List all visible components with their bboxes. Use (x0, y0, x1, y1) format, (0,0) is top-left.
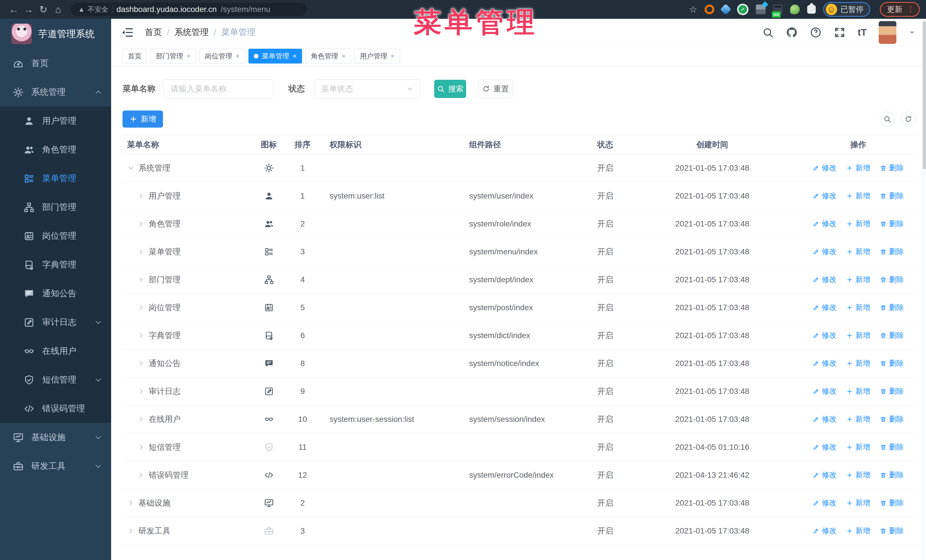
sidebar-item-用户管理[interactable]: 用户管理 (0, 107, 111, 135)
row-chevron-right-icon[interactable] (137, 248, 145, 255)
add-action[interactable]: 新增 (846, 275, 870, 285)
edit-action[interactable]: 修改 (813, 526, 837, 536)
row-chevron-right-icon[interactable] (137, 415, 145, 423)
delete-action[interactable]: 删除 (880, 414, 904, 424)
status-select[interactable]: 菜单状态 (315, 79, 421, 98)
sidebar-item-审计日志[interactable]: 审计日志 (0, 308, 111, 337)
row-chevron-right-icon[interactable] (137, 444, 145, 451)
sidebar-item-短信管理[interactable]: 短信管理 (0, 365, 111, 394)
edit-action[interactable]: 修改 (813, 442, 837, 452)
add-action[interactable]: 新增 (846, 386, 870, 396)
close-tab-icon[interactable]: × (236, 52, 240, 60)
edit-action[interactable]: 修改 (813, 470, 837, 480)
page-scrollbar[interactable] (922, 19, 926, 560)
close-tab-icon[interactable]: × (187, 52, 191, 60)
delete-action[interactable]: 删除 (880, 331, 904, 340)
sidebar-item-菜单管理[interactable]: 菜单管理 (0, 164, 111, 193)
browser-forward-icon[interactable]: → (21, 2, 36, 17)
sidebar-item-错误码管理[interactable]: 错误码管理 (0, 394, 111, 423)
sidebar-item-角色管理[interactable]: 角色管理 (0, 135, 111, 164)
extension-ring-icon[interactable] (705, 5, 714, 14)
edit-action[interactable]: 修改 (813, 302, 837, 312)
toggle-search-button[interactable] (880, 112, 895, 127)
close-tab-icon[interactable]: × (390, 52, 395, 60)
delete-action[interactable]: 删除 (880, 526, 904, 536)
sidebar-item-字典管理[interactable]: 字典管理 (0, 251, 111, 279)
browser-home-icon[interactable]: ⌂ (51, 2, 65, 17)
close-tab-icon[interactable]: × (293, 52, 297, 60)
menu-name-input[interactable] (163, 79, 274, 98)
edit-action[interactable]: 修改 (813, 275, 837, 285)
sidebar-item-在线用户[interactable]: 在线用户 (0, 337, 111, 365)
edit-action[interactable]: 修改 (813, 331, 837, 340)
font-size-icon[interactable]: tT (858, 27, 867, 38)
row-chevron-right-icon[interactable] (127, 527, 135, 535)
edit-action[interactable]: 修改 (813, 191, 837, 201)
add-button[interactable]: 新增 (123, 110, 163, 128)
delete-action[interactable]: 删除 (880, 247, 904, 257)
security-warning[interactable]: ▲ 不安全 (78, 5, 108, 14)
avatar-caret-down-icon[interactable] (908, 29, 916, 36)
close-tab-icon[interactable]: × (342, 52, 346, 60)
extension-on-icon[interactable] (773, 5, 783, 14)
row-chevron-right-icon[interactable] (137, 304, 145, 311)
browser-profile-chip[interactable]: ☺ 已暂停 (823, 2, 870, 17)
add-action[interactable]: 新增 (846, 470, 870, 480)
delete-action[interactable]: 删除 (880, 386, 904, 396)
sidebar-item-通知公告[interactable]: 通知公告 (0, 279, 111, 308)
add-action[interactable]: 新增 (846, 191, 870, 201)
add-action[interactable]: 新增 (846, 302, 870, 312)
refresh-table-button[interactable] (901, 112, 916, 127)
extension-leaf-icon[interactable] (790, 5, 800, 14)
extensions-puzzle-icon[interactable] (807, 5, 816, 14)
row-chevron-down-icon[interactable] (127, 165, 135, 172)
bookmark-star-icon[interactable]: ☆ (689, 4, 697, 15)
add-action[interactable]: 新增 (846, 163, 870, 173)
row-chevron-right-icon[interactable] (137, 471, 145, 479)
extension-check-icon[interactable]: ✓ (737, 4, 749, 15)
delete-action[interactable]: 删除 (880, 358, 904, 368)
add-action[interactable]: 新增 (846, 526, 870, 536)
browser-menu-dots-icon[interactable]: ⋮ (907, 7, 914, 12)
row-chevron-right-icon[interactable] (137, 388, 145, 395)
add-action[interactable]: 新增 (846, 442, 870, 452)
help-question-icon[interactable] (810, 27, 822, 38)
tab-菜单管理[interactable]: 菜单管理× (248, 49, 302, 63)
sidebar-item-岗位管理[interactable]: 岗位管理 (0, 222, 111, 251)
tab-首页[interactable]: 首页 (123, 49, 147, 63)
row-chevron-right-icon[interactable] (137, 192, 145, 200)
tab-用户管理[interactable]: 用户管理× (354, 49, 400, 63)
sidebar-item-部门管理[interactable]: 部门管理 (0, 193, 111, 222)
edit-action[interactable]: 修改 (813, 219, 837, 229)
delete-action[interactable]: 删除 (880, 442, 904, 452)
extension-gem-icon[interactable] (720, 4, 731, 15)
add-action[interactable]: 新增 (846, 331, 870, 340)
add-action[interactable]: 新增 (846, 414, 870, 424)
tab-部门管理[interactable]: 部门管理× (150, 49, 196, 63)
extension-tiles-icon[interactable] (756, 5, 766, 14)
delete-action[interactable]: 删除 (880, 470, 904, 480)
sidebar-item-研发工具[interactable]: 研发工具 (0, 452, 111, 480)
sidebar-item-基础设施[interactable]: 基础设施 (0, 423, 111, 452)
sidebar-item-系统管理[interactable]: 系统管理 (0, 78, 111, 107)
sidebar-item-首页[interactable]: 首页 (0, 49, 111, 78)
edit-action[interactable]: 修改 (813, 498, 837, 508)
row-chevron-right-icon[interactable] (137, 332, 145, 339)
scrollbar-thumb[interactable] (923, 21, 926, 169)
row-chevron-right-icon[interactable] (137, 276, 145, 284)
edit-action[interactable]: 修改 (813, 358, 837, 368)
edit-action[interactable]: 修改 (813, 247, 837, 257)
edit-action[interactable]: 修改 (813, 163, 837, 173)
row-chevron-right-icon[interactable] (137, 360, 145, 367)
collapse-sidebar-icon[interactable] (121, 26, 134, 39)
delete-action[interactable]: 删除 (880, 275, 904, 285)
delete-action[interactable]: 删除 (880, 498, 904, 508)
add-action[interactable]: 新增 (846, 219, 870, 229)
breadcrumb-system[interactable]: 系统管理 (174, 27, 209, 38)
fullscreen-icon[interactable] (834, 27, 846, 38)
user-avatar[interactable] (879, 21, 896, 44)
sidebar-logo[interactable]: 芋道管理系统 (0, 19, 111, 49)
row-chevron-right-icon[interactable] (137, 220, 145, 228)
reset-button[interactable]: 重置 (478, 80, 513, 98)
add-action[interactable]: 新增 (846, 247, 870, 257)
